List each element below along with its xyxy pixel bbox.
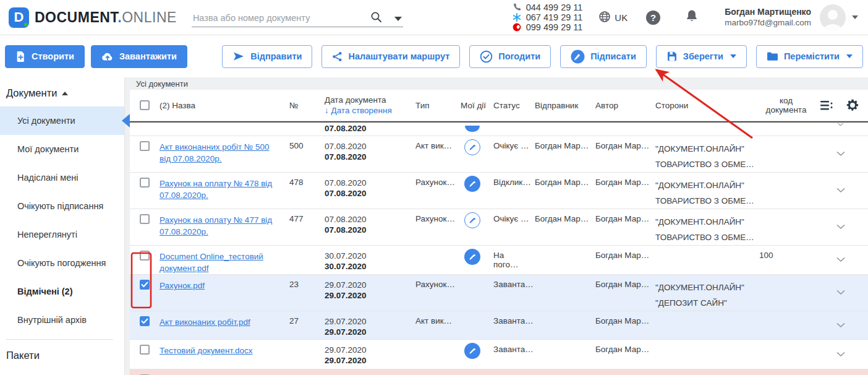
search-input[interactable] [193,13,364,23]
column-number[interactable]: № [284,101,320,110]
sidebar-item-awaiting-approval[interactable]: Очікують погодження [0,249,124,277]
gear-icon[interactable] [846,98,859,112]
sign-button[interactable]: Підписати [560,45,647,68]
sidebar-item-unviewed[interactable]: Непереглянуті [0,220,124,249]
row-checkbox-cell [130,246,160,261]
upload-button[interactable]: Завантажити [91,45,187,68]
sidebar-item-all-documents[interactable]: Усі документи [0,106,124,135]
table-row[interactable]: Рахунок на оплату № 478 від 07.08.2020р.… [130,173,868,209]
document-link[interactable]: Рахунок на оплату № 478 від 07.08.2020р. [160,179,272,200]
date-document: 29.07.2020 [325,316,411,327]
sidebar-item-internal-archive[interactable]: Внутрішній архів [0,306,124,334]
sidebar-item-sent-to-me[interactable]: Надіслані мені [0,163,124,192]
save-button[interactable]: Зберегти [656,45,747,68]
sign-action-filled-icon[interactable] [464,176,480,192]
search-options-caret-icon[interactable] [394,17,402,21]
search-icon[interactable] [370,11,382,23]
sidebar-item-label: Відмічені (2) [17,287,72,296]
date-created: 30.07.2020 [325,261,411,272]
table-row[interactable]: Акт виконанних робіт № 500 від 07.08.202… [130,136,868,173]
language-switcher[interactable]: UK [598,11,628,25]
table-row[interactable]: Тестовий документ.docx29.07.202029.07.20… [130,340,868,369]
author: Богдан Мар… [590,209,650,223]
bell-icon [685,9,699,26]
row-expand-chevron-icon[interactable] [813,123,868,127]
document-link[interactable]: Акт виконаних робіт.pdf [160,317,250,327]
column-date: Дата документа ↓ Дата створення [320,95,411,116]
send-button[interactable]: Відправити [222,45,312,68]
help-button[interactable]: ? [646,11,660,25]
column-name[interactable]: (2) Назва [160,101,284,110]
column-settings-icon[interactable] [820,100,833,111]
route-button[interactable]: Налаштувати маршрут [321,45,460,68]
document-link[interactable]: Тестовий документ.docx [160,346,253,355]
column-doc-code[interactable]: код документа [754,96,813,114]
sidebar-item-marked[interactable]: Відмічені (2) [0,277,124,306]
row-expand-chevron-icon[interactable] [813,322,868,329]
sign-action-outline-icon[interactable] [464,212,480,228]
brand-logo[interactable]: D DOCUMENT.ONLINE [9,7,177,28]
document-number: 478 [284,173,320,187]
table-row[interactable]: Document Online_тестовий документ.pdf30.… [130,246,868,275]
create-button[interactable]: Створити [5,45,85,68]
user-menu-caret-icon[interactable] [852,15,858,19]
avatar[interactable] [820,4,846,30]
route-button-label: Налаштувати маршрут [348,51,449,61]
column-my-actions[interactable]: Мої дії [456,101,488,110]
phone-number-line: 099 499 29 11 [513,23,583,32]
sidebar-item-my-documents[interactable]: Мої документи [0,135,124,163]
column-parties[interactable]: Сторони [650,101,754,110]
date-document: 07.08.2020 [325,214,411,225]
row-checkbox[interactable] [140,178,150,188]
sender [530,246,590,251]
row-checkbox[interactable] [140,316,150,326]
approve-button[interactable]: Погодити [469,45,551,68]
notifications-button[interactable] [685,9,699,26]
column-author[interactable]: Автор [590,101,650,110]
row-checkbox[interactable] [140,214,150,224]
sidebar-item-packages[interactable]: Пакети [0,340,124,361]
sidebar-item-awaiting-signature[interactable]: Очікують підписання [0,192,124,220]
row-expand-chevron-icon[interactable] [813,257,868,263]
document-link[interactable]: Акт виконанних робіт № 500 від 07.08.202… [160,142,270,163]
document-link[interactable]: Document Online_тестовий документ.pdf [160,252,263,273]
row-expand-chevron-icon[interactable] [813,351,868,358]
document-name-cell: Рахунок на оплату № 477 від 07.08.2020р. [160,209,284,238]
table-row[interactable]: Акт виконаних робіт.pdf2729.07.202029.07… [130,311,868,340]
table-row[interactable]: Document Online_тестовий документ.pdf232… [130,369,868,375]
document-link[interactable]: Рахунок на оплату № 477 від 07.08.2020р. [160,215,272,236]
table-row[interactable]: Рахунок на оплату № 477 від 07.08.2020р.… [130,209,868,246]
column-type[interactable]: Тип [411,101,456,110]
document-link[interactable]: Рахунок.pdf [160,281,205,290]
status-badge: Очікує … [488,136,530,150]
row-checkbox[interactable] [140,280,150,290]
sort-by-created-date[interactable]: ↓ Дата створення [325,105,411,116]
chevron-up-icon [62,92,68,95]
parties: "ДОКУМЕНТ.ОНЛАЙН"ТОВАРИСТВО З ОБМЕ… [650,136,754,172]
document-name-cell: Рахунок.pdf [160,275,284,291]
approve-button-label: Погодити [498,51,540,61]
row-checkbox[interactable] [140,141,150,151]
row-expand-chevron-icon[interactable] [813,188,868,194]
row-expand-chevron-icon[interactable] [813,151,868,157]
sign-action-outline-icon[interactable] [464,139,480,155]
table-row-partial[interactable]: 07.08.2020 [130,123,868,136]
select-all-checkbox[interactable] [140,100,150,110]
column-sender[interactable]: Відправник [530,101,590,110]
sign-action-filled-icon[interactable] [465,126,480,132]
sign-action-filled-icon[interactable] [464,249,480,265]
sign-pen-icon [571,50,585,64]
column-date-label[interactable]: Дата документа [325,95,411,105]
column-status[interactable]: Статус [488,101,530,110]
sign-action-filled-icon[interactable] [464,343,480,359]
my-actions-cell [456,275,488,278]
row-expand-chevron-icon[interactable] [813,224,868,230]
row-checkbox[interactable] [140,251,150,261]
author: Богдан Мар… [590,173,650,187]
table-row[interactable]: Рахунок.pdf2329.07.202029.07.2020Рахунок… [130,275,868,311]
sidebar-section-documents[interactable]: Документи [0,77,124,106]
move-button[interactable]: Перемістити [756,45,863,68]
row-expand-chevron-icon[interactable] [813,290,868,296]
row-checkbox[interactable] [140,345,150,355]
parties: "ДОКУМЕНТ.ОНЛАЙН"ТОВАРИСТВО З ОБМЕ… [650,209,754,245]
